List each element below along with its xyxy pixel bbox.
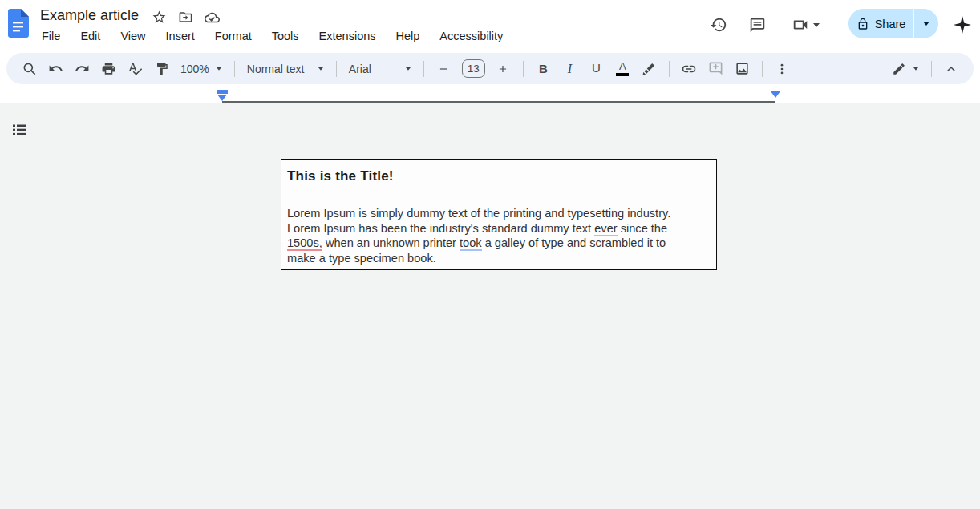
redo-button[interactable]: [71, 58, 94, 80]
chevron-down-icon: [913, 67, 918, 71]
menu-accessibility[interactable]: Accessibility: [438, 29, 504, 43]
editing-mode-select[interactable]: [886, 58, 925, 80]
video-call-icon: [792, 16, 809, 34]
toolbar-divider: [523, 61, 524, 77]
cloud-saved-icon[interactable]: [205, 10, 220, 25]
hide-menus-button[interactable]: [940, 58, 962, 80]
toolbar-divider: [234, 61, 235, 77]
share-button[interactable]: Share: [848, 9, 914, 38]
document-outline-icon: [11, 122, 27, 138]
move-folder-icon[interactable]: [178, 10, 193, 25]
grammar-suggestion-word: took: [460, 236, 482, 251]
highlight-color-button[interactable]: [638, 58, 660, 80]
doc-text: a galley of type and scrambled it to: [482, 236, 666, 249]
decrease-font-size-button[interactable]: [432, 58, 455, 80]
text-color-icon: A: [616, 61, 629, 76]
undo-icon: [48, 61, 63, 76]
document-canvas[interactable]: This is the Title! Lorem Ipsum is simply…: [0, 103, 980, 509]
undo-button[interactable]: [45, 58, 67, 80]
zoom-select[interactable]: 100%: [175, 58, 228, 80]
doc-text: when an unknown printer: [322, 236, 460, 249]
version-history-button[interactable]: [707, 14, 730, 36]
open-comments-button[interactable]: [746, 14, 768, 36]
increase-font-size-button[interactable]: [492, 58, 514, 80]
menu-insert[interactable]: Insert: [164, 29, 196, 43]
italic-icon: I: [568, 63, 572, 75]
zoom-value: 100%: [180, 63, 209, 75]
title-action-icons: [152, 10, 220, 25]
doc-line-4: make a type specimen book.: [287, 251, 710, 266]
top-chrome: Example article File Edit View Insert Fo…: [0, 0, 980, 103]
chevron-down-icon: [923, 22, 929, 26]
font-family-select[interactable]: Arial: [343, 58, 417, 80]
paragraph-styles-select[interactable]: Normal text: [241, 58, 330, 80]
bold-button[interactable]: B: [532, 58, 554, 80]
gemini-button[interactable]: [951, 14, 974, 36]
menu-file[interactable]: File: [40, 29, 62, 43]
paint-format-button[interactable]: [151, 58, 173, 80]
doc-text: since the: [618, 222, 667, 235]
editing-mode-pencil-icon: [892, 62, 906, 76]
history-icon: [710, 16, 727, 34]
font-size-input[interactable]: 13: [462, 59, 485, 78]
insert-link-icon: [681, 61, 697, 77]
menu-view[interactable]: View: [119, 29, 147, 43]
underline-button[interactable]: U: [585, 58, 607, 80]
doc-paragraph: Lorem Ipsum is simply dummy text of the …: [287, 206, 710, 266]
doc-line-1: Lorem Ipsum is simply dummy text of the …: [287, 206, 710, 221]
insert-image-button[interactable]: [731, 58, 753, 80]
join-call-button[interactable]: [789, 14, 821, 36]
first-line-indent-marker[interactable]: [217, 90, 228, 94]
chevron-down-icon: [318, 67, 323, 71]
gemini-sparkle-icon: [953, 15, 972, 34]
google-docs-app: Example article File Edit View Insert Fo…: [0, 0, 980, 509]
print-button[interactable]: [98, 58, 120, 80]
chevron-down-icon: [405, 67, 411, 71]
text-color-button[interactable]: A: [611, 58, 634, 80]
search-menus-button[interactable]: [18, 58, 41, 80]
menu-bar: File Edit View Insert Format Tools Exten…: [40, 29, 504, 43]
chevron-down-icon: [813, 23, 820, 27]
print-icon: [101, 61, 116, 76]
document-title[interactable]: Example article: [40, 7, 139, 24]
spellcheck-icon: [128, 61, 143, 76]
insert-image-icon: [735, 61, 750, 76]
docs-logo[interactable]: [8, 9, 29, 38]
doc-line-3: 1500s, when an unknown printer took a ga…: [287, 236, 710, 251]
add-comment-icon: [708, 61, 723, 76]
paragraph-style-value: Normal text: [247, 63, 305, 75]
highlight-icon: [642, 62, 656, 76]
spelling-grammar-button[interactable]: [124, 58, 147, 80]
spelling-flagged-word: 1500s,: [287, 236, 322, 251]
lock-icon: [856, 18, 869, 30]
share-options-button[interactable]: [914, 9, 938, 38]
toolbar-divider: [423, 61, 424, 77]
more-options-icon: [775, 62, 789, 76]
menu-help[interactable]: Help: [395, 29, 422, 43]
show-outline-button[interactable]: [10, 120, 29, 139]
grammar-suggestion-word: ever: [594, 222, 617, 236]
indent-marker-left[interactable]: [217, 95, 227, 101]
italic-button[interactable]: I: [558, 58, 581, 80]
menu-format[interactable]: Format: [213, 29, 253, 43]
insert-link-button[interactable]: [678, 58, 700, 80]
bold-icon: B: [539, 63, 548, 75]
menu-tools[interactable]: Tools: [270, 29, 301, 43]
chevron-down-icon: [216, 67, 221, 71]
menu-edit[interactable]: Edit: [79, 29, 102, 43]
doc-text: Lorem Ipsum is simply dummy text of the …: [287, 207, 670, 220]
indent-marker-right[interactable]: [771, 91, 780, 98]
format-toolbar: 100% Normal text Arial 13 B: [6, 53, 974, 84]
hide-menus-chevron-icon: [945, 63, 958, 75]
add-comment-button[interactable]: [704, 58, 727, 80]
share-button-group: Share: [848, 9, 938, 38]
toolbar-divider: [669, 61, 670, 77]
more-toolbar-options-button[interactable]: [771, 58, 793, 80]
star-icon[interactable]: [152, 10, 167, 25]
doc-text: Lorem Ipsum has been the industry's stan…: [287, 222, 594, 235]
document-text-box[interactable]: This is the Title! Lorem Ipsum is simply…: [281, 159, 717, 270]
toolbar-divider: [336, 61, 337, 77]
share-button-label: Share: [875, 18, 906, 30]
ruler-margin-line: [222, 101, 775, 103]
menu-extensions[interactable]: Extensions: [318, 29, 378, 43]
